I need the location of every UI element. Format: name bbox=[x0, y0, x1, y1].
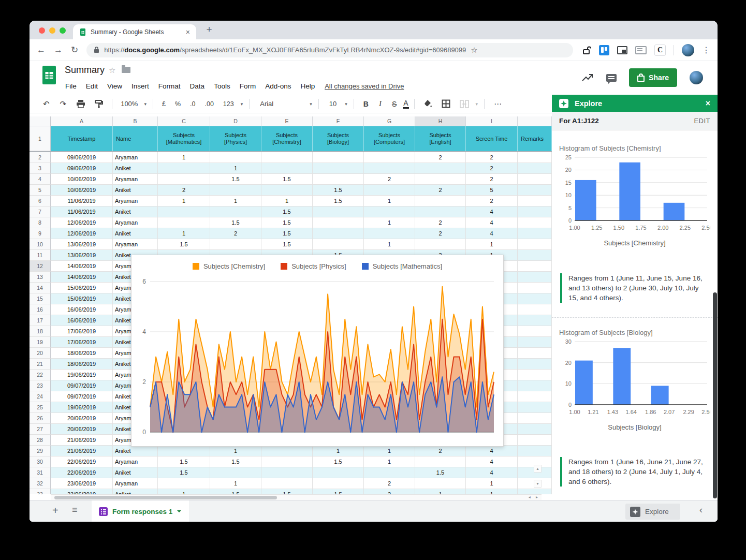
cell[interactable]: 1 bbox=[364, 446, 415, 456]
cell[interactable]: Aniket bbox=[113, 185, 158, 196]
cell[interactable]: 20/06/2019 bbox=[51, 413, 113, 424]
column-header-C[interactable]: C bbox=[158, 116, 210, 126]
cell[interactable] bbox=[261, 467, 313, 478]
paint-format-icon[interactable] bbox=[95, 100, 103, 108]
row-number[interactable]: 33 bbox=[30, 489, 51, 494]
cell[interactable] bbox=[210, 467, 261, 478]
cell[interactable] bbox=[158, 174, 210, 185]
number-format-button[interactable]: 123 bbox=[220, 100, 238, 108]
forward-icon[interactable]: → bbox=[54, 46, 63, 54]
histogram-biology-block[interactable]: Histogram of Subjects [Biology] 01020301… bbox=[559, 329, 710, 431]
cell[interactable] bbox=[313, 163, 364, 174]
row-number[interactable]: 23 bbox=[30, 380, 51, 391]
cell[interactable]: 2 bbox=[364, 478, 415, 489]
picture-in-picture-extension-icon[interactable] bbox=[617, 46, 627, 54]
insights-icon[interactable] bbox=[581, 72, 594, 83]
cell[interactable] bbox=[158, 478, 210, 489]
cell[interactable] bbox=[313, 217, 364, 228]
cell[interactable] bbox=[415, 174, 466, 185]
cell[interactable] bbox=[210, 152, 261, 163]
cell[interactable]: 1 bbox=[210, 446, 261, 456]
cell[interactable] bbox=[210, 207, 261, 217]
column-header-B[interactable]: B bbox=[113, 116, 158, 126]
reload-icon[interactable]: ↻ bbox=[71, 46, 78, 54]
menu-add-ons[interactable]: Add-ons bbox=[260, 82, 296, 90]
cell[interactable] bbox=[518, 348, 552, 359]
save-status[interactable]: All changes saved in Drive bbox=[325, 82, 404, 90]
cell[interactable] bbox=[210, 239, 261, 250]
menu-form[interactable]: Form bbox=[235, 82, 261, 90]
fill-color-icon[interactable] bbox=[423, 99, 432, 108]
row-number[interactable]: 6 bbox=[30, 196, 51, 207]
cell[interactable]: 23/06/2019 bbox=[51, 489, 113, 494]
cell[interactable] bbox=[518, 272, 552, 283]
explore-close-icon[interactable]: × bbox=[706, 99, 710, 108]
cell[interactable]: 1 bbox=[364, 239, 415, 250]
header-cell[interactable]: Subjects [Physics] bbox=[210, 126, 261, 151]
cell[interactable]: 2 bbox=[158, 185, 210, 196]
menu-view[interactable]: View bbox=[103, 82, 127, 90]
browser-menu-icon[interactable]: ⋮ bbox=[702, 46, 710, 54]
increase-decimal-button[interactable]: .00 bbox=[201, 100, 217, 108]
row-number[interactable]: 19 bbox=[30, 337, 51, 348]
cell[interactable] bbox=[518, 163, 552, 174]
sheets-logo-icon[interactable] bbox=[42, 65, 56, 85]
row-number[interactable]: 12 bbox=[30, 261, 51, 272]
row-number[interactable]: 31 bbox=[30, 467, 51, 478]
borders-icon[interactable] bbox=[442, 99, 450, 108]
cell[interactable]: 21/06/2019 bbox=[51, 446, 113, 456]
cell[interactable]: 4 bbox=[466, 456, 518, 467]
cell[interactable]: 1.5 bbox=[158, 456, 210, 467]
row-number[interactable]: 13 bbox=[30, 272, 51, 283]
cell[interactable]: 1 bbox=[364, 217, 415, 228]
cell[interactable]: 1.5 bbox=[158, 239, 210, 250]
zoom-select[interactable]: 100% bbox=[118, 100, 141, 108]
cell[interactable]: Aniket bbox=[113, 228, 158, 239]
cell[interactable] bbox=[364, 185, 415, 196]
cell[interactable]: 1.5 bbox=[210, 217, 261, 228]
cell[interactable]: Aryaman bbox=[113, 174, 158, 185]
cell[interactable] bbox=[518, 304, 552, 315]
row-number[interactable]: 24 bbox=[30, 391, 51, 402]
cell[interactable]: 18/06/2019 bbox=[51, 348, 113, 359]
vertical-scrollbar[interactable]: ▴ ▾ bbox=[534, 465, 542, 495]
cell[interactable] bbox=[261, 478, 313, 489]
cell[interactable] bbox=[518, 228, 552, 239]
cell[interactable]: 11/06/2019 bbox=[51, 207, 113, 217]
format-percent-button[interactable]: % bbox=[171, 100, 184, 108]
row-number[interactable]: 11 bbox=[30, 250, 51, 261]
tab-close-icon[interactable]: × bbox=[186, 28, 190, 36]
row-number[interactable]: 22 bbox=[30, 370, 51, 380]
cell[interactable]: 17/06/2019 bbox=[51, 326, 113, 337]
lock-open-extension-icon[interactable] bbox=[582, 46, 591, 55]
cell[interactable]: 2 bbox=[364, 174, 415, 185]
row-number[interactable]: 18 bbox=[30, 326, 51, 337]
cell[interactable] bbox=[313, 239, 364, 250]
cell[interactable]: 10/06/2019 bbox=[51, 185, 113, 196]
row-number[interactable]: 21 bbox=[30, 359, 51, 370]
cell[interactable]: 16/06/2019 bbox=[51, 315, 113, 326]
row-number[interactable]: 16 bbox=[30, 304, 51, 315]
cell[interactable]: 23/06/2019 bbox=[51, 478, 113, 489]
sheet-tab-caret-icon[interactable] bbox=[177, 510, 181, 514]
cell[interactable] bbox=[518, 326, 552, 337]
cell[interactable]: 2 bbox=[415, 446, 466, 456]
trello-extension-icon[interactable] bbox=[599, 45, 609, 55]
cell[interactable]: 1.5 bbox=[210, 456, 261, 467]
cell[interactable] bbox=[158, 207, 210, 217]
cell[interactable]: 2 bbox=[466, 174, 518, 185]
cell[interactable] bbox=[518, 402, 552, 413]
horizontal-scroll-arrows-icon[interactable]: ◂ ▸ bbox=[529, 495, 540, 499]
move-folder-icon[interactable] bbox=[122, 67, 130, 73]
cell[interactable]: 1.5 bbox=[415, 467, 466, 478]
cell[interactable] bbox=[261, 185, 313, 196]
cell[interactable] bbox=[313, 152, 364, 163]
cell[interactable] bbox=[261, 152, 313, 163]
redo-icon[interactable]: ↷ bbox=[56, 100, 71, 108]
row-number[interactable]: 26 bbox=[30, 413, 51, 424]
row-number[interactable]: 5 bbox=[30, 185, 51, 196]
row-number[interactable]: 7 bbox=[30, 207, 51, 217]
column-header-H[interactable]: H bbox=[415, 116, 466, 126]
cell[interactable] bbox=[518, 207, 552, 217]
column-header-j[interactable] bbox=[518, 116, 552, 126]
